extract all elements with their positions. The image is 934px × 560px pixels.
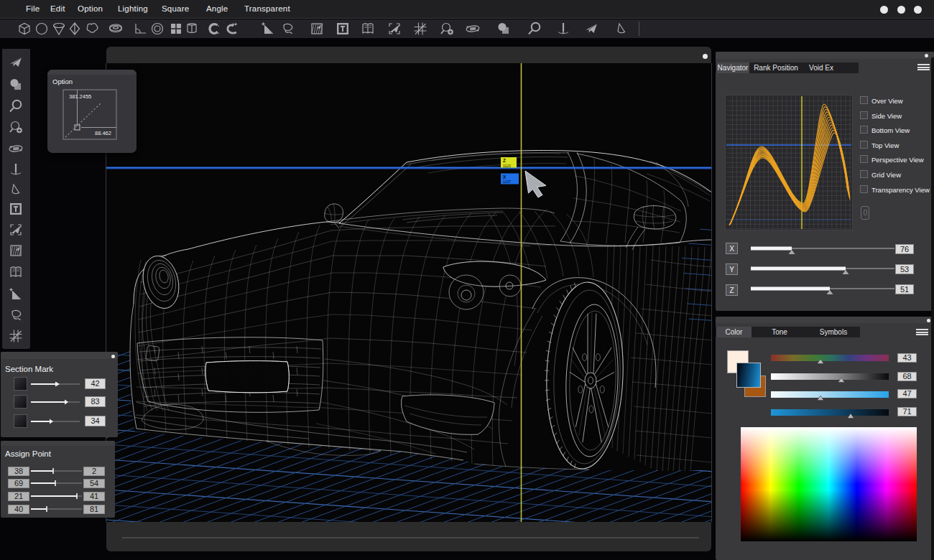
svg-text:381.2455: 381.2455 — [69, 93, 91, 100]
svg-text:1237: 1237 — [503, 179, 511, 184]
svg-text:X: X — [503, 174, 507, 179]
svg-text:88.462: 88.462 — [95, 130, 111, 136]
svg-text:1123: 1123 — [503, 164, 511, 168]
svg-text:Z: Z — [503, 158, 506, 163]
